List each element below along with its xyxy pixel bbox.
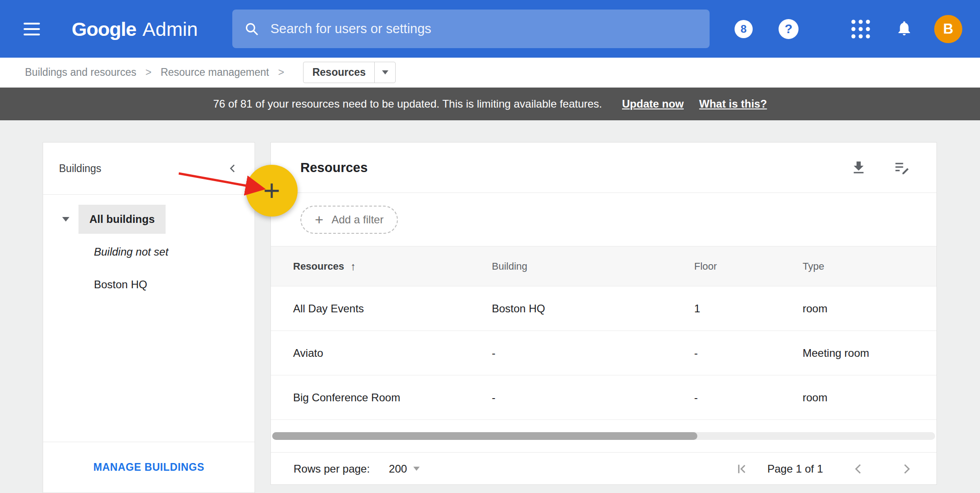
- add-filter-label: Add a filter: [332, 213, 384, 226]
- column-header-resources[interactable]: Resources ↑: [271, 260, 492, 273]
- breadcrumb: Buildings and resources > Resource manag…: [0, 58, 980, 88]
- breadcrumb-buildings-and-resources[interactable]: Buildings and resources: [25, 66, 136, 79]
- top-app-bar: Google Admin 8 ? B: [0, 0, 980, 58]
- table-row[interactable]: Big Conference Room - - room: [271, 375, 936, 420]
- column-header-building[interactable]: Building: [492, 261, 694, 272]
- dropdown-caret[interactable]: [374, 62, 395, 83]
- cell-building: -: [492, 347, 694, 360]
- tasks-badge[interactable]: 8: [735, 20, 753, 38]
- table-row[interactable]: Aviato - - Meeting room: [271, 331, 936, 375]
- apps-dot: [866, 27, 870, 31]
- hamburger-bar: [24, 34, 40, 35]
- cell-type: room: [803, 391, 936, 404]
- apps-dot: [859, 20, 863, 24]
- banner-message: 76 of 81 of your resources need to be up…: [213, 98, 602, 110]
- tree-item-boston-hq[interactable]: Boston HQ: [94, 278, 147, 291]
- breadcrumb-resource-management[interactable]: Resource management: [161, 66, 269, 79]
- global-search-bar[interactable]: [232, 10, 710, 48]
- column-header-floor[interactable]: Floor: [694, 261, 803, 272]
- page-indicator: Page 1 of 1: [767, 463, 823, 475]
- logo-admin-text: Admin: [142, 18, 198, 40]
- tree-row-all-buildings: All buildings: [43, 203, 255, 236]
- buildings-panel: Buildings All buildings Building not set…: [43, 142, 255, 493]
- cell-resource-name[interactable]: Big Conference Room: [271, 391, 492, 404]
- notifications-bell-icon[interactable]: [896, 20, 913, 39]
- horizontal-scroll-area: [271, 420, 936, 452]
- resources-panel-title: Resources: [300, 160, 824, 175]
- scrollbar-thumb[interactable]: [272, 432, 697, 440]
- account-avatar[interactable]: B: [934, 15, 962, 43]
- update-notification-banner: 76 of 81 of your resources need to be up…: [0, 88, 980, 120]
- tree-expand-caret-icon[interactable]: [62, 217, 69, 222]
- apps-dot: [866, 20, 870, 24]
- buildings-panel-header: Buildings: [43, 143, 255, 195]
- update-now-link[interactable]: Update now: [622, 98, 684, 110]
- resources-section-dropdown[interactable]: Resources: [303, 62, 396, 83]
- table-row[interactable]: All Day Events Boston HQ 1 room: [271, 286, 936, 331]
- cell-type: room: [803, 302, 936, 315]
- cell-building: -: [492, 391, 694, 404]
- download-icon[interactable]: [850, 159, 867, 176]
- plus-icon: +: [315, 212, 323, 227]
- tree-item-building-not-set[interactable]: Building not set: [94, 246, 168, 258]
- apps-grid-icon[interactable]: [852, 20, 870, 38]
- filter-row: + Add a filter: [271, 193, 936, 246]
- hamburger-bar: [24, 23, 40, 25]
- chevron-down-icon: [382, 70, 388, 74]
- cell-building: Boston HQ: [492, 302, 694, 315]
- next-page-button[interactable]: [899, 462, 914, 476]
- pagination-controls: Page 1 of 1: [735, 462, 914, 476]
- rows-per-page-value: 200: [389, 463, 407, 475]
- logo-google-text: Google: [72, 18, 136, 40]
- tree-item-all-buildings[interactable]: All buildings: [78, 205, 166, 234]
- buildings-panel-title: Buildings: [59, 163, 101, 175]
- tree-row-boston-hq: Boston HQ: [43, 268, 255, 301]
- column-header-resources-label: Resources: [293, 261, 344, 272]
- table-header-row: Resources ↑ Building Floor Type: [271, 246, 936, 286]
- search-icon: [244, 21, 260, 37]
- cell-resource-name[interactable]: All Day Events: [271, 302, 492, 315]
- what-is-this-link[interactable]: What is this?: [699, 98, 767, 110]
- rows-per-page-label: Rows per page:: [294, 463, 370, 475]
- google-admin-logo: Google Admin: [72, 18, 198, 40]
- help-icon[interactable]: ?: [779, 19, 799, 39]
- scrollbar-track[interactable]: [272, 432, 935, 440]
- apps-dot: [859, 27, 863, 31]
- sort-ascending-icon[interactable]: ↑: [351, 260, 356, 273]
- previous-page-button[interactable]: [851, 462, 866, 476]
- google-admin-screen: Google Admin 8 ? B Buildings and resourc…: [0, 0, 980, 493]
- cell-type: Meeting room: [803, 347, 936, 360]
- tree-row-building-not-set: Building not set: [43, 236, 255, 268]
- rows-per-page-select[interactable]: 200: [389, 463, 420, 475]
- plus-icon: +: [263, 174, 280, 207]
- breadcrumb-separator: >: [145, 66, 151, 79]
- manage-buildings-link[interactable]: MANAGE BUILDINGS: [93, 461, 205, 473]
- hamburger-menu-icon[interactable]: [24, 23, 40, 35]
- resources-panel-header: Resources: [271, 143, 936, 193]
- collapse-panel-icon[interactable]: [227, 163, 239, 174]
- search-input[interactable]: [270, 21, 698, 36]
- apps-dot: [859, 34, 863, 38]
- apps-dot: [852, 20, 856, 24]
- chevron-down-icon: [413, 467, 420, 471]
- resources-panel: Resources + Add a filter: [270, 142, 937, 485]
- breadcrumb-separator: >: [278, 66, 284, 79]
- cell-floor: 1: [694, 302, 803, 315]
- cell-floor: -: [694, 347, 803, 360]
- add-resource-fab[interactable]: +: [246, 165, 298, 217]
- hamburger-bar: [24, 28, 40, 30]
- apps-dot: [852, 34, 856, 38]
- table-footer: Rows per page: 200 Page 1 of 1: [271, 452, 936, 485]
- apps-dot: [866, 34, 870, 38]
- buildings-panel-footer: MANAGE BUILDINGS: [43, 442, 255, 493]
- column-header-type[interactable]: Type: [803, 261, 936, 272]
- add-filter-button[interactable]: + Add a filter: [300, 206, 398, 234]
- apps-dot: [852, 27, 856, 31]
- resources-dropdown-label: Resources: [304, 62, 374, 83]
- cell-floor: -: [694, 391, 803, 404]
- bulk-edit-icon[interactable]: [893, 159, 910, 176]
- buildings-tree: All buildings Building not set Boston HQ: [43, 195, 255, 301]
- cell-resource-name[interactable]: Aviato: [271, 347, 492, 360]
- first-page-button[interactable]: [735, 462, 749, 476]
